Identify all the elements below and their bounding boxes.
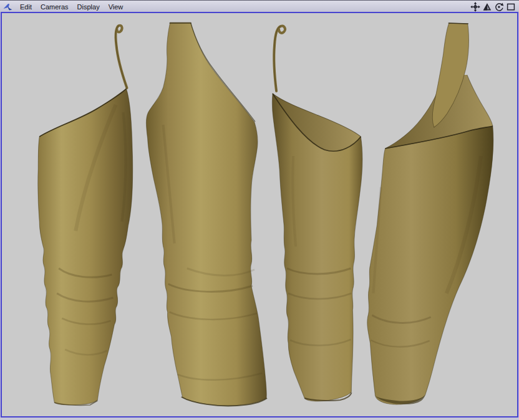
- maximize-square-icon[interactable]: [506, 2, 516, 12]
- viewport-3d[interactable]: [1, 12, 518, 418]
- menu-edit[interactable]: Edit: [16, 2, 36, 11]
- garment-body: [367, 126, 493, 404]
- strap-hook: [115, 26, 127, 88]
- triangle-icon[interactable]: [482, 2, 492, 12]
- rotate-center-dot: [498, 6, 500, 7]
- garment-back-view[interactable]: [367, 23, 493, 404]
- triangle-half: [483, 3, 487, 10]
- menu-display[interactable]: Display: [73, 2, 104, 11]
- menu-cameras[interactable]: Cameras: [36, 2, 73, 11]
- garment-body: [146, 22, 266, 406]
- panel-window: Edit Cameras Display View: [0, 0, 519, 420]
- garment-body: [38, 89, 133, 405]
- garment-front-view[interactable]: [146, 22, 267, 406]
- garment-side-view[interactable]: [38, 26, 133, 406]
- garment-back-quarter-view[interactable]: [272, 26, 362, 401]
- pan-move-icon[interactable]: [470, 2, 480, 12]
- window-edge: [0, 418, 519, 420]
- rotate-view-icon[interactable]: [494, 2, 504, 12]
- panel-menu-bar: Edit Cameras Display View: [0, 0, 519, 12]
- panel-menu-icon[interactable]: [2, 2, 12, 11]
- strap-top-edge: [449, 23, 468, 24]
- menu-view[interactable]: View: [104, 2, 128, 11]
- scene-canvas: [2, 13, 517, 416]
- panel-menu-icon-tail: [8, 7, 12, 11]
